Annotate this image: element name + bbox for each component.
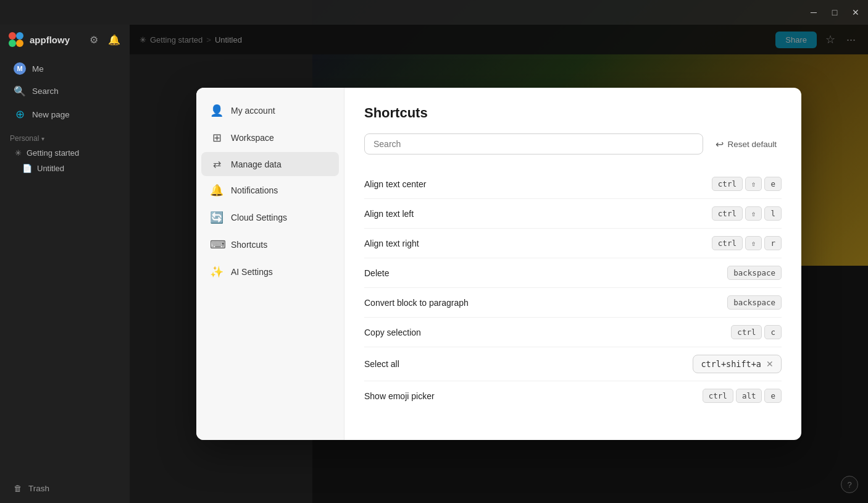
key-badge: ctrl [712,206,743,221]
settings-modal: 👤 My account ⊞ Workspace ⇄ Manage data [196,88,801,440]
trash-label: Trash [28,484,49,493]
shortcuts-list: Align text center ctrl ⇧ e Align text le… [364,169,782,410]
shortcut-row-emoji-picker: Show emoji picker ctrl alt e [364,381,782,410]
key-badge: l [764,206,782,221]
modal-nav-notifications[interactable]: 🔔 Notifications [201,177,339,203]
plus-icon: ⊕ [14,108,26,121]
shortcut-keys: ctrl ⇧ l [712,206,782,221]
shortcut-name: Align text center [364,179,426,189]
key-badge: ctrl [731,325,762,339]
shortcut-row-align-center: Align text center ctrl ⇧ e [364,169,782,199]
chevron-down-icon: ▾ [41,135,44,142]
shortcut-keys: ctrl alt e [703,389,782,403]
key-badge: backspace [727,295,782,310]
sidebar-item-user[interactable]: M Me [4,57,126,80]
notifications-icon: 🔔 [210,184,223,197]
user-icon: 👤 [210,104,223,117]
reset-default-label: Reset default [727,140,777,149]
svg-point-1 [16,32,23,40]
user-name-label: Me [32,64,44,74]
sidebar-item-trash[interactable]: 🗑 Trash [4,479,126,498]
modal-nav-label: Shortcuts [231,240,267,250]
star-icon: ✳ [15,148,22,158]
modal-nav-workspace[interactable]: ⊞ Workspace [201,125,339,151]
shortcut-keys: ctrl c [731,325,782,339]
key-badge: ⇧ [745,177,762,191]
key-badge: ⇧ [745,206,762,221]
modal-nav-label: Manage data [231,159,282,169]
close-button[interactable]: ✕ [851,7,861,17]
key-badge: c [764,325,782,339]
shortcut-name: Delete [364,268,389,278]
shortcut-keys: ctrl ⇧ e [712,177,782,191]
svg-point-3 [16,40,23,47]
maximize-button[interactable]: □ [830,7,840,17]
settings-icon[interactable]: ⚙ [88,32,100,48]
sidebar-header-icons: ⚙ 🔔 [88,32,122,48]
bell-icon[interactable]: 🔔 [106,32,122,48]
svg-point-2 [9,40,16,47]
manage-data-icon: ⇄ [210,158,223,170]
shortcut-search-bar: ↩ Reset default [364,133,782,154]
modal-nav-label: Cloud Settings [231,213,287,222]
trash-icon: 🗑 [14,484,22,493]
shortcut-row-delete: Delete backspace [364,258,782,288]
sidebar: appflowy ⚙ 🔔 M Me 🔍 Search ⊕ Ne [0,25,130,503]
shortcut-name: Convert block to paragraph [364,298,469,308]
app-logo[interactable]: appflowy [7,31,70,48]
window-controls: ─ □ ✕ [809,7,861,17]
modal-nav-shortcuts[interactable]: ⌨ Shortcuts [201,232,339,258]
appflowy-logo-icon [7,31,25,48]
clear-shortcut-button[interactable]: ✕ [766,359,774,369]
shortcut-keys: backspace [727,295,782,310]
shortcut-name: Copy selection [364,328,421,337]
shortcut-name: Align text right [364,239,419,248]
sidebar-header: appflowy ⚙ 🔔 [0,25,130,54]
main-area: ✳ Getting started > Untitled Share ☆ ··· [130,25,868,503]
tree-item-untitled[interactable]: 📄 Untitled [0,161,130,176]
key-badge: ctrl [712,177,743,191]
key-badge: backspace [727,266,782,280]
shortcut-search-input[interactable] [364,133,703,154]
shortcut-name: Align text left [364,209,414,219]
app-name: appflowy [30,35,70,45]
search-icon: 🔍 [14,85,26,97]
keyboard-icon: ⌨ [210,238,223,252]
modal-overlay[interactable]: 👤 My account ⊞ Workspace ⇄ Manage data [130,25,868,503]
shortcut-row-copy-selection: Copy selection ctrl c [364,318,782,347]
modal-title: Shortcuts [364,105,782,121]
modal-nav-manage-data[interactable]: ⇄ Manage data [201,152,339,176]
modal-nav-cloud-settings[interactable]: 🔄 Cloud Settings [201,205,339,230]
cloud-icon: 🔄 [210,211,223,224]
key-badge: ⇧ [745,236,762,250]
tree-item-label: Getting started [27,148,79,158]
modal-nav-label: Workspace [231,133,274,143]
shortcut-active-input[interactable]: ctrl+shift+a ✕ [693,355,782,373]
personal-section[interactable]: Personal ▾ [0,129,130,145]
tree-items: ✳ Getting started 📄 Untitled [0,145,130,176]
modal-nav-label: AI Settings [231,267,273,277]
shortcut-keys: backspace [727,266,782,280]
reset-default-button[interactable]: ↩ Reset default [711,135,782,154]
tree-item-getting-started[interactable]: ✳ Getting started [0,145,130,161]
svg-point-0 [9,32,16,40]
search-label: Search [32,87,59,96]
shortcut-name: Show emoji picker [364,391,435,401]
modal-nav-label: Notifications [231,185,278,195]
modal-nav-my-account[interactable]: 👤 My account [201,98,339,124]
workspace-icon: ⊞ [210,131,223,145]
shortcut-input-value: ctrl+shift+a [701,359,761,369]
shortcut-row-select-all: Select all ctrl+shift+a ✕ [364,347,782,381]
modal-nav-ai-settings[interactable]: ✨ AI Settings [201,259,339,285]
sidebar-nav: M Me 🔍 Search ⊕ New page [0,54,130,129]
doc-icon: 📄 [22,164,32,173]
key-badge: r [764,236,782,250]
sidebar-item-new-page[interactable]: ⊕ New page [4,103,126,126]
minimize-button[interactable]: ─ [809,7,819,17]
sidebar-item-search[interactable]: 🔍 Search [4,80,126,102]
shortcut-row-align-right: Align text right ctrl ⇧ r [364,229,782,258]
key-badge: ctrl [703,389,733,403]
shortcut-name: Select all [364,359,399,369]
reset-icon: ↩ [716,138,724,150]
sidebar-footer: 🗑 Trash [0,474,130,503]
